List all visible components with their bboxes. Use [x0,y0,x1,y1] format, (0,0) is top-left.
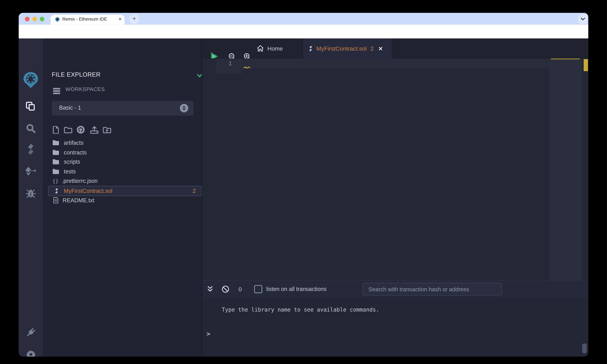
tab-close-icon[interactable]: ✕ [378,45,383,52]
editor-tab-bar: Home MyFirstContract.sol 2 ✕ [202,39,588,58]
tree-row-contracts[interactable]: contracts [48,148,207,157]
tab-home[interactable]: Home [257,39,283,58]
folder-icon [53,150,59,155]
remix-logo-icon[interactable] [22,72,39,89]
tab-close-icon[interactable]: ✕ [118,17,122,22]
workspaces-menu-icon[interactable] [53,88,60,95]
clear-console-icon[interactable] [221,285,229,293]
solidity-compiler-icon[interactable] [22,141,39,158]
editor-zone: Home MyFirstContract.sol 2 ✕ [202,39,588,357]
folder-icon [53,169,59,174]
line-number: 1 [219,60,232,66]
terminal-prompt: > [207,330,211,338]
browser-tab-title: Remix - Ethereum IDE [62,17,107,21]
upload-file-icon[interactable] [90,126,99,134]
collapse-terminal-icon[interactable] [207,286,213,292]
file-name: contracts [64,149,87,156]
new-folder-icon[interactable] [64,127,73,133]
listen-all-checkbox[interactable] [254,285,263,293]
remix-favicon-icon [55,17,60,22]
file-explorer-icon[interactable] [22,98,39,115]
file-name: MyFirstContract.sol [64,188,112,194]
solidity-file-icon [53,188,60,194]
file-explorer-panel: FILE EXPLORER › WORKSPACES Basic - 1 [43,39,202,357]
browser-toolbar: remix.ethereum.org/#lang=en&optimize=fal… [19,25,588,39]
tree-row-readme[interactable]: README.txt [48,195,207,205]
tree-row-tests[interactable]: tests [48,167,207,176]
workspaces-label: WORKSPACES [65,86,105,92]
tree-row-artifacts[interactable]: artifacts [48,138,207,148]
warning-squiggle [244,66,250,69]
folder-icon [53,159,59,165]
minimap-warning-line [551,58,580,60]
panel-title: FILE EXPLORER [52,71,101,78]
macos-close-button[interactable] [25,17,29,21]
tab-search-button[interactable] [578,14,588,24]
terminal-message: Type the library name to see available c… [222,306,379,313]
json-braces-icon: {} [52,178,59,184]
search-icon[interactable] [22,120,39,137]
file-name: tests [64,168,76,175]
pending-tx-count: 0 [238,286,242,292]
tree-row-scripts[interactable]: scripts [48,157,207,167]
tab-search-chevron-icon [581,17,585,21]
file-name: scripts [64,159,80,165]
new-tab-button[interactable]: + [129,14,139,24]
terminal-scrollbar-thumb[interactable] [582,343,587,353]
workspace-selected-value: Basic - 1 [59,105,81,111]
tab-myfirstcontract[interactable]: MyFirstContract.sol 2 ✕ [303,39,392,58]
plugin-manager-icon[interactable] [22,324,39,341]
settings-gear-icon[interactable] [22,346,39,357]
tab-file-label: MyFirstContract.sol [316,45,367,52]
browser-tab[interactable]: Remix - Ethereum IDE ✕ [51,15,125,25]
tree-row-myfirstcontract-selected[interactable]: MyFirstContract.sol 2 [48,186,202,196]
scrollbar-warning-marker [584,59,588,71]
listen-all-label[interactable]: listen on all transactions [266,286,326,292]
plus-icon: + [132,15,136,22]
transaction-search-input[interactable] [363,283,502,296]
file-name: artifacts [64,140,84,146]
tab-home-label: Home [267,45,283,52]
icon-rail [19,39,43,357]
macos-zoom-button[interactable] [40,17,44,21]
macos-minimize-button[interactable] [32,17,37,21]
text-file-icon [53,197,59,203]
new-file-icon[interactable] [52,126,60,134]
minimap[interactable] [549,58,581,280]
file-name: README.txt [63,197,94,203]
clone-github-icon[interactable] [77,126,85,134]
terminal-toolbar: 0 listen on all transactions [202,280,588,298]
browser-tab-strip: Remix - Ethereum IDE ✕ + [19,13,588,25]
workspace-select-arrows-icon [180,104,188,112]
tab-file-badge: 2 [370,45,374,52]
screenshot-stage: Remix - Ethereum IDE ✕ + [0,0,607,364]
current-line-highlight [242,59,549,68]
tree-row-prettierrc[interactable]: {} .prettierrc.json [48,176,207,186]
file-name: .prettierrc.json [62,178,98,184]
terminal-output[interactable]: Type the library name to see available c… [202,298,588,357]
workspace-select[interactable]: Basic - 1 [52,101,194,116]
problems-badge: 2 [193,188,196,194]
upload-folder-icon[interactable] [102,127,112,133]
home-icon [257,45,264,52]
deploy-run-icon[interactable] [22,163,39,180]
browser-window: Remix - Ethereum IDE ✕ + [19,13,588,357]
folder-icon [53,140,59,145]
remix-app: FILE EXPLORER › WORKSPACES Basic - 1 [19,39,588,357]
code-editor[interactable]: 1 [202,58,588,280]
debugger-icon[interactable] [22,185,39,202]
solidity-file-icon [309,45,313,52]
